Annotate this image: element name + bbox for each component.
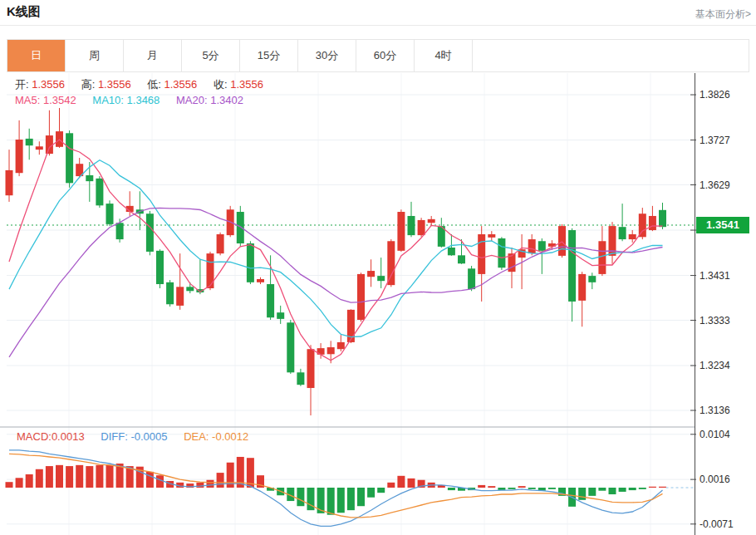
low-value: 1.3556 xyxy=(164,78,198,91)
period-tabbar: 日 周 月 5分 15分 30分 60分 4时 xyxy=(7,39,749,72)
price-axis-label: 1.3431 xyxy=(700,270,730,282)
kline-app: K线图 基本面分析> 日 周 月 5分 15分 30分 60分 4时 开: 1.… xyxy=(0,0,756,535)
tab-30min[interactable]: 30分 xyxy=(298,40,356,71)
macd-label: MACD: xyxy=(17,430,52,443)
close-value: 1.3556 xyxy=(230,78,263,91)
dea-label: DEA: xyxy=(184,430,209,443)
diff-label: DIFF: xyxy=(101,430,128,443)
open-value: 1.3556 xyxy=(32,78,65,91)
macd-value: 0.0013 xyxy=(52,430,85,443)
ma10-value: 1.3468 xyxy=(127,94,160,106)
ma-info-line: MA5: 1.3542 MA10: 1.3468 MA20: 1.3402 xyxy=(15,94,257,106)
tabbar-filler xyxy=(473,40,749,71)
low-label: 低: xyxy=(147,78,161,91)
macd-axis-label: 0.0104 xyxy=(700,429,730,440)
price-axis-label: 1.3333 xyxy=(700,315,730,326)
open-label: 开: xyxy=(15,78,29,91)
tab-month[interactable]: 月 xyxy=(124,40,182,71)
macd-info-line: MACD:0.0013 DIFF: -0.0005 DEA: -0.0012 xyxy=(17,430,262,443)
price-axis-label: 1.3234 xyxy=(700,360,730,371)
price-axis-label: 1.3727 xyxy=(700,135,730,146)
tab-4hour[interactable]: 4时 xyxy=(415,40,473,71)
ohlc-info-line: 开: 1.3556 高: 1.3556 低: 1.3556 收: 1.3556 xyxy=(15,77,277,92)
high-value: 1.3556 xyxy=(98,78,131,91)
tab-5min[interactable]: 5分 xyxy=(182,40,240,71)
price-axis-label: 1.3629 xyxy=(700,179,730,191)
diff-value: -0.0005 xyxy=(130,430,167,443)
ma20-label: MA20: xyxy=(176,94,208,106)
price-axis-label: 1.3826 xyxy=(700,89,730,101)
ma5-value: 1.3542 xyxy=(43,94,76,106)
price-axis-label: 1.3136 xyxy=(700,405,730,416)
tab-week[interactable]: 周 xyxy=(66,40,124,71)
tab-15min[interactable]: 15分 xyxy=(240,40,298,71)
macd-axis-label: -0.0071 xyxy=(700,518,734,530)
dea-value: -0.0012 xyxy=(212,430,248,443)
ma5-label: MA5: xyxy=(15,94,40,106)
tab-60min[interactable]: 60分 xyxy=(356,40,415,71)
ma20-value: 1.3402 xyxy=(210,94,243,106)
ma10-label: MA10: xyxy=(92,94,124,106)
current-price-badge: 1.3541 xyxy=(696,217,749,233)
close-label: 收: xyxy=(214,78,228,91)
high-label: 高: xyxy=(81,78,96,91)
macd-axis-label: 0.0016 xyxy=(700,474,730,485)
tab-day[interactable]: 日 xyxy=(7,40,66,71)
